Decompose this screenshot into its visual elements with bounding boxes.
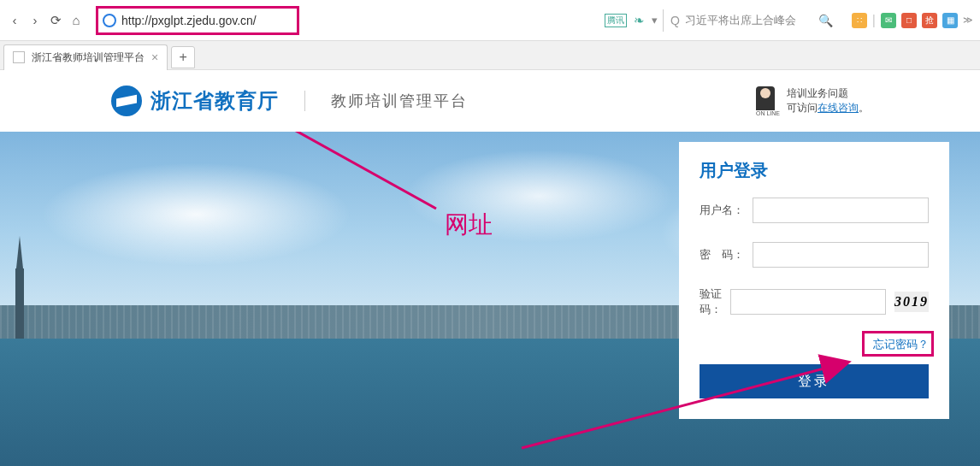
- password-row: 密 码：: [700, 242, 929, 268]
- search-icon: Q: [670, 14, 680, 27]
- search-submit-icon[interactable]: 🔍: [818, 14, 833, 27]
- leaf-icon[interactable]: ❧: [634, 13, 645, 28]
- ext-more-icon[interactable]: ≫: [963, 15, 973, 26]
- tab-active[interactable]: 浙江省教师培训管理平台 ×: [3, 44, 168, 70]
- ext-icon-5[interactable]: ▦: [942, 13, 958, 28]
- login-title: 用户登录: [700, 159, 929, 182]
- extension-icons: ∷ | ✉ □ 抢 ▦ ≫: [852, 13, 973, 28]
- login-button[interactable]: 登录: [700, 364, 929, 398]
- platform-title: 教师培训管理平台: [304, 91, 468, 111]
- tab-bar: 浙江省教师培训管理平台 × +: [0, 41, 980, 70]
- username-input[interactable]: [753, 198, 929, 223]
- online-support-link[interactable]: 在线咨询: [818, 102, 859, 114]
- search-box[interactable]: Q 习近平将出席上合峰会 🔍: [663, 9, 840, 32]
- ext-divider: |: [872, 13, 876, 28]
- help-block: ON LINE 培训业务问题 可访问在线咨询。: [756, 86, 869, 116]
- password-label: 密 码：: [700, 247, 744, 262]
- help-line1: 培训业务问题: [787, 86, 869, 101]
- ext-icon-3[interactable]: □: [901, 13, 917, 28]
- username-row: 用户名：: [700, 198, 929, 223]
- help-line2-prefix: 可访问: [787, 102, 818, 114]
- tab-favicon-icon: [13, 51, 25, 63]
- tab-close-icon[interactable]: ×: [151, 50, 158, 64]
- captcha-row: 验证码： 3019: [700, 286, 929, 317]
- forgot-wrap: 忘记密码？: [700, 336, 929, 352]
- browser-toolbar: ‹ › ⟳ ⌂ http://pxglpt.zjedu.gov.cn/ 腾讯 ❧…: [0, 0, 980, 41]
- support-avatar-icon: [756, 86, 775, 110]
- tab-title: 浙江省教师培训管理平台: [32, 50, 145, 65]
- username-label: 用户名：: [700, 203, 744, 218]
- ext-icon-2[interactable]: ✉: [881, 13, 896, 28]
- address-right-icons: 腾讯 ❧ ▾: [605, 13, 658, 28]
- avatar-caption: ON LINE: [756, 110, 780, 116]
- org-name: 浙江省教育厅: [151, 87, 279, 115]
- ext-icon-4[interactable]: 抢: [922, 13, 937, 28]
- search-hint: 习近平将出席上合峰会: [685, 13, 813, 28]
- reload-button[interactable]: ⟳: [48, 13, 63, 28]
- address-tag: 腾讯: [605, 14, 627, 27]
- dropdown-icon[interactable]: ▾: [652, 14, 658, 27]
- url-bar[interactable]: http://pxglpt.zjedu.gov.cn/: [99, 9, 296, 32]
- captcha-label: 验证码：: [700, 286, 722, 317]
- forward-button[interactable]: ›: [27, 13, 43, 28]
- url-bar-wrap: http://pxglpt.zjedu.gov.cn/: [99, 9, 296, 32]
- help-line2-suffix: 。: [859, 102, 869, 114]
- site-favicon-icon: [103, 14, 116, 27]
- ext-icon-1[interactable]: ∷: [852, 13, 867, 28]
- password-input[interactable]: [753, 242, 929, 268]
- url-text: http://pxglpt.zjedu.gov.cn/: [121, 14, 257, 27]
- back-button[interactable]: ‹: [7, 13, 22, 28]
- page-header: 浙江省教育厅 教师培训管理平台 ON LINE 培训业务问题 可访问在线咨询。: [0, 70, 980, 132]
- captcha-image[interactable]: 3019: [894, 292, 929, 312]
- home-button[interactable]: ⌂: [68, 13, 84, 28]
- forgot-password-link[interactable]: 忘记密码？: [873, 338, 929, 351]
- login-panel: 用户登录 用户名： 密 码： 验证码： 3019 忘记密码？ 登录: [679, 142, 949, 419]
- logo: 浙江省教育厅: [111, 86, 279, 116]
- new-tab-button[interactable]: +: [171, 46, 195, 68]
- captcha-input[interactable]: [730, 289, 886, 315]
- logo-icon: [111, 86, 142, 116]
- hero: 用户登录 用户名： 密 码： 验证码： 3019 忘记密码？ 登录 网址: [0, 132, 980, 466]
